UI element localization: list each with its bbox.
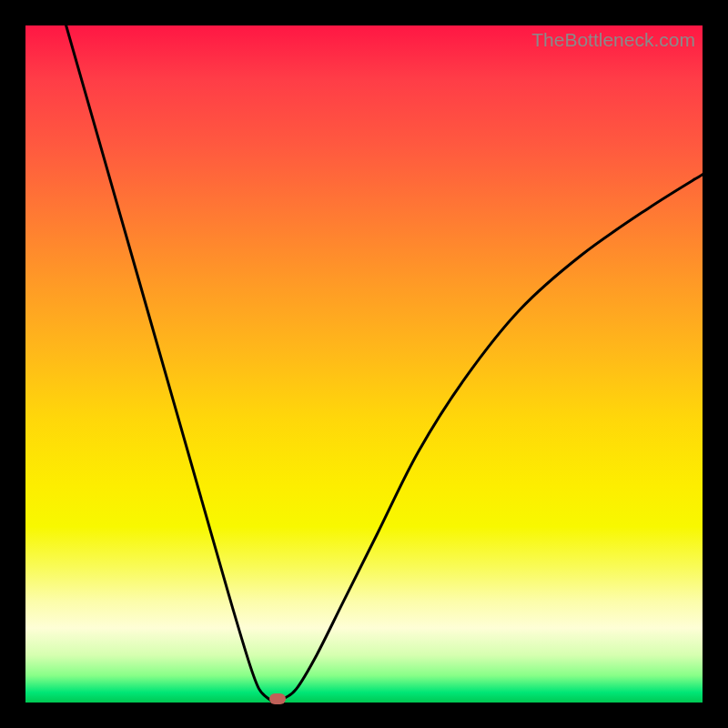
- watermark-text: TheBottleneck.com: [531, 29, 695, 51]
- optimal-point-marker: [269, 693, 286, 704]
- curve-layer: [25, 25, 703, 703]
- plot-area: TheBottleneck.com: [25, 25, 703, 703]
- chart-frame: TheBottleneck.com: [0, 0, 728, 728]
- bottleneck-curve: [66, 25, 703, 703]
